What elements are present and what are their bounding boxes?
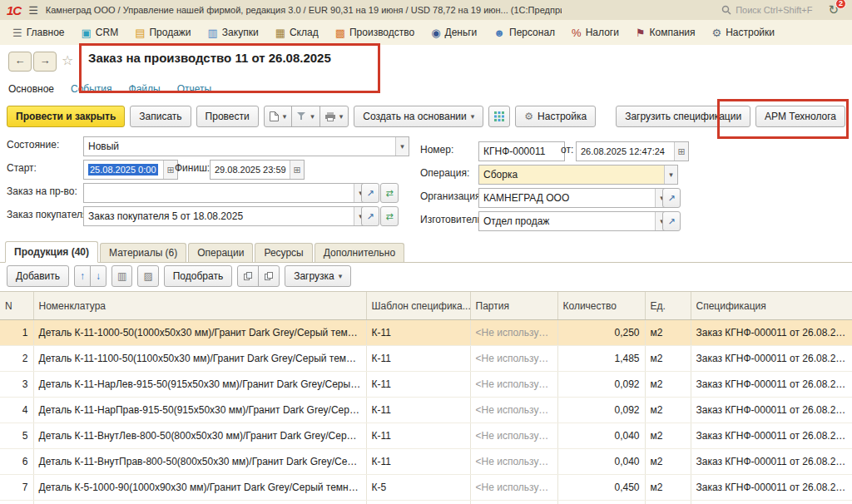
doc-tab[interactable]: Материалы (6) bbox=[100, 243, 186, 262]
cell-quantity[interactable]: 0,092 bbox=[557, 372, 645, 398]
column-header[interactable]: Спецификация bbox=[691, 292, 852, 320]
doc-tab[interactable]: Операции bbox=[188, 243, 253, 262]
menu-item-money[interactable]: ◉Деньги bbox=[424, 24, 484, 41]
back-button[interactable]: ← bbox=[8, 52, 32, 72]
table-row[interactable]: 3Деталь К-11-НарЛев-915-50(915x50x30 мм)… bbox=[0, 372, 852, 398]
doc-section-link[interactable]: Файлы bbox=[129, 83, 161, 95]
cell-quantity[interactable]: 0,891 bbox=[557, 501, 645, 504]
paste-rows-button[interactable] bbox=[258, 265, 280, 287]
move-down-button[interactable]: ↓ bbox=[90, 265, 106, 287]
doc-tab[interactable]: Ресурсы bbox=[255, 243, 312, 262]
cell-quantity[interactable]: 0,040 bbox=[557, 449, 645, 475]
global-search[interactable]: Поиск Ctrl+Shift+F bbox=[721, 5, 812, 15]
chevron-down-icon[interactable]: ▾ bbox=[395, 137, 409, 156]
column-header[interactable]: Партия bbox=[470, 292, 557, 320]
chevron-down-icon[interactable]: ▾ bbox=[664, 166, 677, 184]
calendar-icon[interactable]: ⊞ bbox=[674, 142, 688, 161]
operation-field[interactable]: Сборка ▾ bbox=[478, 165, 678, 185]
cell-spec-template[interactable]: К-5 bbox=[366, 475, 470, 501]
favorite-star-icon[interactable]: ☆ bbox=[62, 52, 73, 68]
cell-spec-template[interactable]: К-11 bbox=[366, 423, 470, 449]
cell-specification[interactable]: Заказ КГНФ-000011 от 26.08.25 | Дет bbox=[691, 423, 852, 449]
cell-specification[interactable]: Заказ КГНФ-000011 от 26.08.25 | Дет bbox=[691, 475, 852, 501]
new-document-button[interactable]: ▾ bbox=[264, 106, 293, 127]
reports-button[interactable] bbox=[488, 106, 510, 127]
forward-button[interactable]: → bbox=[33, 52, 57, 72]
cell-specification[interactable]: Заказ КГНФ-000011 от 26.08.25 | Дет bbox=[691, 346, 852, 372]
doc-section-link[interactable]: Основное bbox=[8, 83, 54, 95]
column-header[interactable]: Номенклатура bbox=[33, 292, 366, 320]
refresh-customer-order-button[interactable]: ⇄ bbox=[380, 206, 399, 226]
open-prod-order-button[interactable]: ↗ bbox=[361, 183, 379, 203]
doc-date-field[interactable]: 26.08.2025 12:47:24 ⊞ bbox=[576, 141, 689, 161]
cell-nomenclature[interactable]: Деталь К-5-1000-90(1000x90x30 мм)/Гранит… bbox=[33, 475, 366, 501]
cell-nomenclature[interactable]: Деталь К-11-ВнутЛев-800-50(800x50x30 мм)… bbox=[33, 423, 366, 449]
cell-nomenclature[interactable]: Деталь К-11-1100-50(1100x50x30 мм)/Грани… bbox=[33, 346, 366, 372]
barcode-scanner-button[interactable]: ▥ bbox=[111, 265, 132, 287]
open-customer-order-button[interactable]: ↗ bbox=[361, 206, 379, 226]
cell-quantity[interactable]: 1,485 bbox=[557, 346, 645, 372]
menu-item-purchases[interactable]: ▥Закупки bbox=[201, 24, 266, 41]
cell-quantity[interactable]: 0,092 bbox=[557, 398, 645, 423]
start-date-field[interactable]: 25.08.2025 0:00 ⊞ bbox=[83, 160, 178, 180]
table-row[interactable]: 4Деталь К-11-НарПрав-915-50(915x50x30 мм… bbox=[0, 398, 852, 423]
cell-nomenclature[interactable]: Деталь К-5-1100-90(1100x90x30 мм)/Гранит… bbox=[33, 501, 366, 504]
cell-batch[interactable]: <Не используется> bbox=[470, 501, 557, 504]
cell-specification[interactable]: Заказ КГНФ-000011 от 26.08.25 | Дет bbox=[691, 372, 852, 398]
cell-nomenclature[interactable]: Деталь К-11-НарПрав-915-50(915x50x30 мм)… bbox=[33, 398, 366, 423]
cell-specification[interactable]: Заказ КГНФ-000011 от 26.08.25 | Дет bbox=[691, 449, 852, 475]
cell-quantity[interactable]: 0,450 bbox=[557, 475, 645, 501]
cell-batch[interactable]: <Не используется> bbox=[470, 423, 557, 449]
table-row[interactable]: 1Деталь К-11-1000-50(1000x50x30 мм)/Гран… bbox=[0, 320, 852, 346]
load-button[interactable]: Загрузка ▾ bbox=[285, 265, 351, 287]
filter-button[interactable]: ▾ bbox=[291, 106, 320, 127]
cell-specification[interactable]: Заказ КГНФ-000011 от 26.08.25 | Дет bbox=[691, 398, 852, 423]
table-row[interactable]: 2Деталь К-11-1100-50(1100x50x30 мм)/Гран… bbox=[0, 346, 852, 372]
table-row[interactable]: 8Деталь К-5-1100-90(1100x90x30 мм)/Грани… bbox=[0, 501, 852, 504]
write-button[interactable]: Записать bbox=[130, 106, 191, 127]
table-row[interactable]: 7Деталь К-5-1000-90(1000x90x30 мм)/Грани… bbox=[0, 475, 852, 501]
state-field[interactable]: Новый ▾ bbox=[83, 136, 409, 156]
cell-batch[interactable]: <Не используется> bbox=[470, 475, 557, 501]
column-header[interactable]: Шаблон специфика... bbox=[366, 292, 470, 320]
cell-unit[interactable]: м2 bbox=[645, 346, 691, 372]
cell-nomenclature[interactable]: Деталь К-11-НарЛев-915-50(915x50x30 мм)/… bbox=[33, 372, 366, 398]
table-row[interactable]: 5Деталь К-11-ВнутЛев-800-50(800x50x30 мм… bbox=[0, 423, 852, 449]
post-and-close-button[interactable]: Провести и закрыть bbox=[7, 106, 125, 127]
cell-specification[interactable]: Заказ КГНФ-000011 от 26.08.25 | Дет bbox=[691, 320, 852, 346]
cell-spec-template[interactable]: К-11 bbox=[366, 449, 470, 475]
cell-spec-template[interactable]: К-5 bbox=[366, 501, 470, 504]
table-row[interactable]: 6Деталь К-11-ВнутПрав-800-50(800x50x30 м… bbox=[0, 449, 852, 475]
calendar-icon[interactable]: ⊞ bbox=[290, 161, 304, 179]
cell-unit[interactable]: м2 bbox=[645, 372, 691, 398]
menu-item-company[interactable]: ⚑Компания bbox=[628, 24, 703, 41]
cell-nomenclature[interactable]: Деталь К-11-ВнутПрав-800-50(800x50x30 мм… bbox=[33, 449, 366, 475]
print-button[interactable]: ▾ bbox=[320, 106, 349, 127]
cell-unit[interactable]: м2 bbox=[645, 320, 691, 346]
column-header[interactable]: N bbox=[0, 292, 33, 320]
open-organization-button[interactable]: ↗ bbox=[662, 188, 681, 208]
menu-item-taxes[interactable]: %Налоги bbox=[564, 24, 627, 41]
fill-button[interactable]: ▨ bbox=[137, 265, 158, 287]
cell-spec-template[interactable]: К-11 bbox=[366, 346, 470, 372]
customer-order-field[interactable]: Заказ покупателя 5 от 18.08.2025 ▾ bbox=[83, 206, 368, 226]
refresh-prod-order-button[interactable]: ⇄ bbox=[380, 183, 399, 203]
prod-order-field[interactable]: ▾ bbox=[83, 183, 368, 203]
main-menu-icon[interactable]: ☰ bbox=[28, 4, 38, 17]
column-header[interactable]: Ед. bbox=[645, 292, 691, 320]
cell-batch[interactable]: <Не используется> bbox=[470, 449, 557, 475]
menu-item-settings[interactable]: ⚙Настройки bbox=[704, 24, 782, 41]
post-button[interactable]: Провести bbox=[196, 106, 259, 127]
cell-quantity[interactable]: 0,040 bbox=[557, 423, 645, 449]
menu-item-crm[interactable]: ▣CRM bbox=[74, 24, 126, 41]
cell-quantity[interactable]: 0,250 bbox=[557, 320, 645, 346]
cell-unit[interactable]: м2 bbox=[645, 449, 691, 475]
doc-section-link[interactable]: События bbox=[71, 83, 112, 95]
history-button[interactable]: ↻ 2 bbox=[828, 2, 839, 17]
menu-item-staff[interactable]: ☻Персонал bbox=[486, 24, 562, 41]
cell-batch[interactable]: <Не используется> bbox=[470, 372, 557, 398]
cell-unit[interactable]: м2 bbox=[645, 398, 691, 423]
cell-spec-template[interactable]: К-11 bbox=[366, 372, 470, 398]
create-based-on-button[interactable]: Создать на основании ▾ bbox=[354, 106, 483, 127]
menu-item-main[interactable]: ☰Главное bbox=[5, 24, 72, 41]
